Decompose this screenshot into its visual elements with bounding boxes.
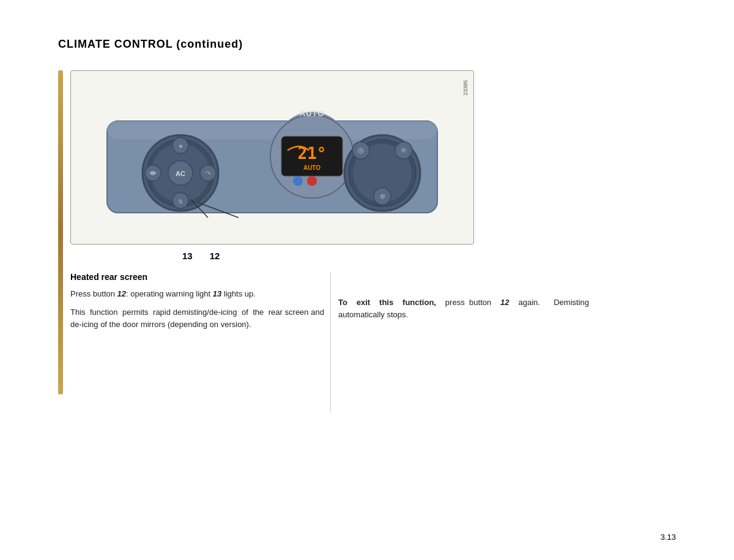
svg-text:AUTO: AUTO: [303, 164, 321, 171]
svg-text:⊛: ⊛: [357, 146, 365, 155]
this-bold: this: [379, 298, 402, 307]
svg-text:☀: ☀: [178, 143, 184, 150]
climate-diagram-box: ☀ AC ⇅ ↷: [70, 70, 474, 245]
panel-illustration: ☀ AC ⇅ ↷: [71, 71, 473, 244]
svg-text:❄: ❄: [379, 192, 386, 201]
label-12: 12: [210, 251, 220, 261]
svg-point-23: [307, 176, 317, 186]
label-13: 13: [182, 251, 193, 261]
svg-text:AC: AC: [176, 170, 185, 177]
heated-rear-screen-section: Heated rear screen Press button 12: oper…: [70, 272, 324, 331]
function-bold: function,: [402, 298, 436, 307]
column-divider: [330, 272, 331, 413]
section-heading: Heated rear screen: [70, 272, 324, 282]
svg-point-22: [293, 176, 303, 186]
diagram-labels: 13 12: [182, 251, 220, 261]
page-container: CLIMATE CONTROL (continued): [0, 0, 734, 560]
right-column-text: To exit this function, press button 12 a…: [338, 297, 589, 321]
page-number: 3.13: [661, 532, 676, 542]
button-12-ref2: 12: [500, 298, 509, 307]
svg-text:AUTO: AUTO: [300, 109, 325, 118]
content-area: ☀ AC ⇅ ↷: [63, 70, 682, 511]
to-bold: To exit: [338, 298, 379, 307]
page-title: CLIMATE CONTROL (continued): [58, 38, 243, 51]
right-column: To exit this function, press button 12 a…: [338, 297, 589, 321]
button-12-ref1: 12: [117, 289, 126, 298]
svg-text:⇅: ⇅: [178, 198, 183, 205]
svg-text:↷: ↷: [205, 169, 211, 178]
svg-text:✳: ✳: [400, 146, 407, 155]
climate-panel-svg: ☀ AC ⇅ ↷: [101, 84, 443, 231]
button-13-ref: 13: [213, 289, 221, 298]
section-para2: This function permits rapid demisting/de…: [70, 306, 324, 331]
reference-number: 23385: [462, 80, 469, 95]
left-border: [58, 70, 63, 394]
section-para1: Press button 12: operating warning light…: [70, 288, 324, 300]
